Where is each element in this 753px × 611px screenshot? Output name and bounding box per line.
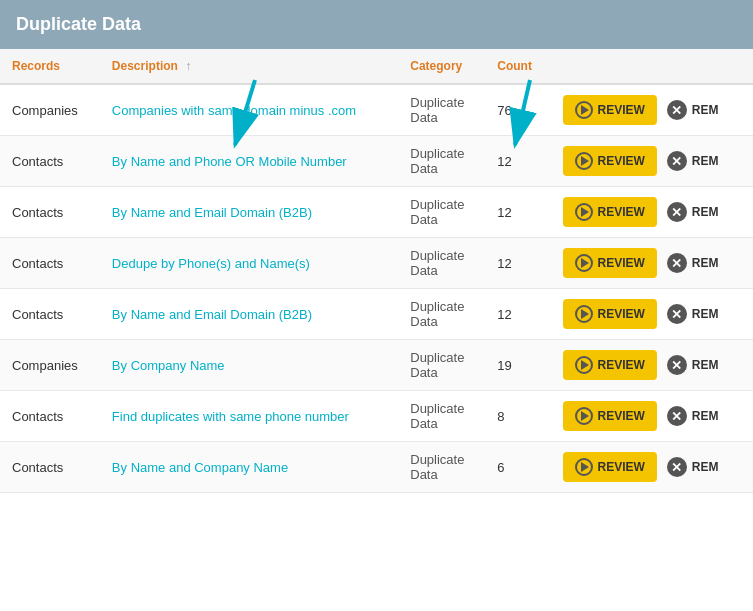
cell-actions: REVIEW ✕ REM [551,136,754,187]
cell-description: By Name and Company Name [100,442,398,493]
cell-actions: REVIEW ✕ REM [551,340,754,391]
x-icon: ✕ [667,304,687,324]
review-label: REVIEW [598,256,645,270]
remove-label: REM [692,154,719,168]
cell-records: Contacts [0,187,100,238]
actions-container: REVIEW ✕ REM [563,197,742,227]
remove-button[interactable]: ✕ REM [665,198,721,226]
table-row: Companies Companies with same domain min… [0,84,753,136]
description-link[interactable]: By Name and Phone OR Mobile Number [112,154,347,169]
actions-container: REVIEW ✕ REM [563,248,742,278]
cell-count: 12 [485,289,550,340]
cell-count: 12 [485,238,550,289]
description-link[interactable]: By Name and Company Name [112,460,288,475]
x-icon: ✕ [667,406,687,426]
review-button[interactable]: REVIEW [563,401,657,431]
cell-records: Contacts [0,238,100,289]
table-row: Contacts By Name and Phone OR Mobile Num… [0,136,753,187]
page-wrapper: Duplicate Data Records D [0,0,753,493]
review-button[interactable]: REVIEW [563,248,657,278]
play-icon [575,407,593,425]
cell-category: DuplicateData [398,136,485,187]
cell-records: Contacts [0,136,100,187]
review-button[interactable]: REVIEW [563,452,657,482]
col-category: Category [398,49,485,84]
play-icon [575,152,593,170]
remove-button[interactable]: ✕ REM [665,351,721,379]
page-title: Duplicate Data [16,14,141,34]
play-icon [575,254,593,272]
actions-container: REVIEW ✕ REM [563,299,742,329]
cell-count: 76 [485,84,550,136]
remove-label: REM [692,103,719,117]
remove-button[interactable]: ✕ REM [665,96,721,124]
remove-label: REM [692,307,719,321]
cell-count: 19 [485,340,550,391]
cell-actions: REVIEW ✕ REM [551,289,754,340]
remove-button[interactable]: ✕ REM [665,402,721,430]
description-link[interactable]: By Company Name [112,358,225,373]
remove-button[interactable]: ✕ REM [665,300,721,328]
cell-actions: REVIEW ✕ REM [551,238,754,289]
cell-description: Companies with same domain minus .com [100,84,398,136]
table-row: Contacts By Name and Email Domain (B2B) … [0,289,753,340]
cell-count: 12 [485,187,550,238]
table-body: Companies Companies with same domain min… [0,84,753,493]
cell-description: By Name and Phone OR Mobile Number [100,136,398,187]
remove-button[interactable]: ✕ REM [665,453,721,481]
cell-actions: REVIEW ✕ REM [551,442,754,493]
cell-records: Contacts [0,391,100,442]
table-row: Contacts Find duplicates with same phone… [0,391,753,442]
play-icon [575,203,593,221]
description-link[interactable]: Find duplicates with same phone number [112,409,349,424]
table-header: Records Description ↑ Category Count [0,49,753,84]
cell-records: Companies [0,340,100,391]
cell-records: Contacts [0,442,100,493]
remove-label: REM [692,358,719,372]
review-button[interactable]: REVIEW [563,350,657,380]
review-button[interactable]: REVIEW [563,299,657,329]
review-label: REVIEW [598,154,645,168]
remove-label: REM [692,256,719,270]
cell-category: DuplicateData [398,238,485,289]
description-link[interactable]: By Name and Email Domain (B2B) [112,205,312,220]
play-icon [575,305,593,323]
play-icon [575,101,593,119]
remove-label: REM [692,460,719,474]
cell-actions: REVIEW ✕ REM [551,391,754,442]
review-label: REVIEW [598,103,645,117]
cell-actions: REVIEW ✕ REM [551,187,754,238]
table-row: Contacts By Name and Email Domain (B2B) … [0,187,753,238]
cell-description: By Name and Email Domain (B2B) [100,187,398,238]
x-icon: ✕ [667,100,687,120]
col-description[interactable]: Description ↑ [100,49,398,84]
remove-label: REM [692,205,719,219]
cell-records: Contacts [0,289,100,340]
remove-label: REM [692,409,719,423]
table-container: Records Description ↑ Category Count [0,49,753,493]
cell-count: 8 [485,391,550,442]
review-button[interactable]: REVIEW [563,146,657,176]
review-label: REVIEW [598,307,645,321]
review-button[interactable]: REVIEW [563,95,657,125]
cell-category: DuplicateData [398,289,485,340]
actions-container: REVIEW ✕ REM [563,401,742,431]
remove-button[interactable]: ✕ REM [665,249,721,277]
review-button[interactable]: REVIEW [563,197,657,227]
table-row: Contacts Dedupe by Phone(s) and Name(s) … [0,238,753,289]
review-label: REVIEW [598,460,645,474]
description-link[interactable]: Dedupe by Phone(s) and Name(s) [112,256,310,271]
actions-container: REVIEW ✕ REM [563,452,742,482]
actions-container: REVIEW ✕ REM [563,95,742,125]
table-row: Companies By Company Name DuplicateData … [0,340,753,391]
cell-category: DuplicateData [398,391,485,442]
x-icon: ✕ [667,457,687,477]
actions-container: REVIEW ✕ REM [563,350,742,380]
remove-button[interactable]: ✕ REM [665,147,721,175]
description-link[interactable]: Companies with same domain minus .com [112,103,356,118]
cell-count: 6 [485,442,550,493]
description-link[interactable]: By Name and Email Domain (B2B) [112,307,312,322]
review-label: REVIEW [598,205,645,219]
cell-description: Dedupe by Phone(s) and Name(s) [100,238,398,289]
cell-description: By Company Name [100,340,398,391]
